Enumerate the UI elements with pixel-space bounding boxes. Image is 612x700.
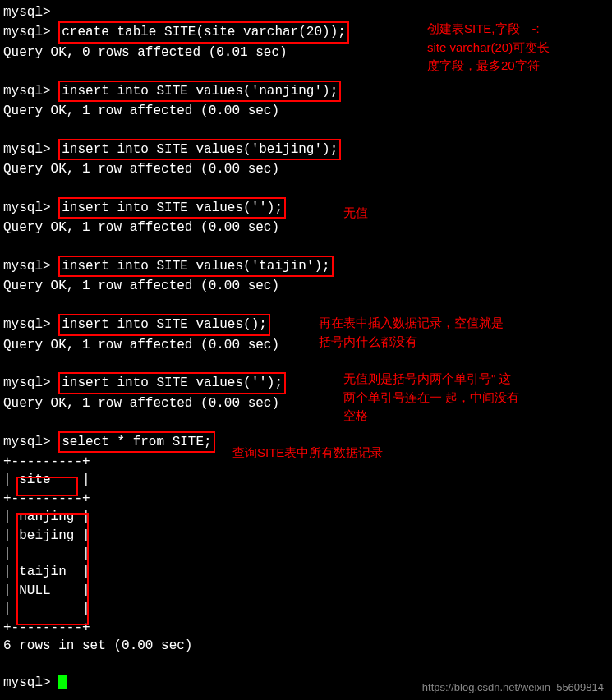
response-line: Query OK, 1 row affected (0.00 sec) [3, 336, 609, 354]
response-line: Query OK, 1 row affected (0.00 sec) [3, 160, 609, 178]
table-row: | NULL | [3, 582, 609, 600]
annotation-novalue: 无值 [343, 204, 368, 223]
command-line-insert3: mysql> insert into SITE values(''); [3, 197, 609, 219]
response-line: Query OK, 1 row affected (0.00 sec) [3, 219, 609, 237]
table-footer: 6 rows in set (0.00 sec) [3, 637, 609, 655]
sql-insert-empty2: insert into SITE values(''); [58, 372, 286, 394]
annotation-create: 创建表SITE,字段—-: site varchar(20)可变长 度字段，最多… [427, 20, 550, 76]
highlight-box-rows [16, 513, 89, 625]
sql-insert-empty: insert into SITE values(''); [58, 197, 286, 219]
annotation-quotes: 无值则是括号内两个单引号" 这 两个单引号连在一 起，中间没有 空格 [343, 370, 519, 426]
response-line: Query OK, 1 row affected (0.00 sec) [3, 277, 609, 295]
annotation-null: 再在表中插入数据记录，空值就是 括号内什么都没有 [319, 314, 504, 351]
highlight-box-header [16, 477, 78, 496]
table-border: +---------+ [3, 619, 609, 637]
command-line-insert1: mysql> insert into SITE values('nanjing'… [3, 81, 609, 102]
table-row: | | [3, 545, 609, 563]
sql-select-all: select * from SITE; [58, 431, 214, 453]
command-line-insert4: mysql> insert into SITE values('taijin')… [3, 256, 609, 277]
command-line-insert5: mysql> insert into SITE values(); [3, 314, 609, 335]
table-header: | site | [3, 471, 609, 489]
sql-insert-taijin: insert into SITE values('taijin'); [58, 256, 333, 277]
response-line: Query OK, 1 row affected (0.00 sec) [3, 102, 609, 120]
cursor-icon [58, 675, 67, 689]
sql-insert-beijing: insert into SITE values('beijing'); [58, 139, 341, 160]
sql-create-table: create table SITE(site varchar(20)); [58, 21, 349, 43]
table-border: +---------+ [3, 490, 609, 508]
sql-insert-null: insert into SITE values(); [58, 314, 270, 335]
command-line-insert2: mysql> insert into SITE values('beijing'… [3, 139, 609, 160]
annotation-select: 查询SITE表中所有数据记录 [232, 444, 383, 463]
watermark: https://blog.csdn.net/weixin_55609814 [422, 680, 604, 695]
sql-insert-nanjing: insert into SITE values('nanjing'); [58, 81, 341, 102]
table-row: | | [3, 600, 609, 618]
table-row: | nanjing | [3, 508, 609, 526]
table-row: | beijing | [3, 527, 609, 545]
table-row: | taijin | [3, 563, 609, 581]
